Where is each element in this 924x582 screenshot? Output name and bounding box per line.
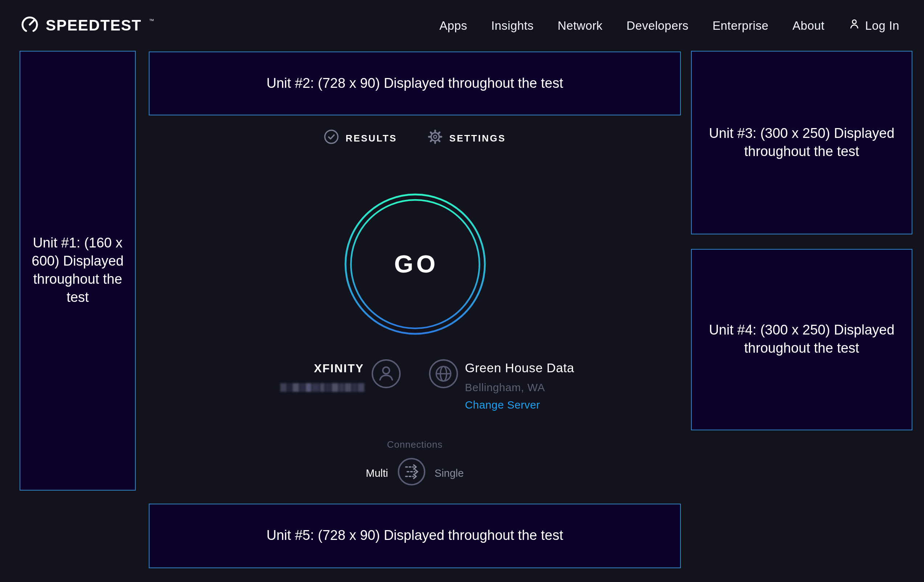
go-button[interactable]: GO xyxy=(342,191,487,337)
nav-item-developers[interactable]: Developers xyxy=(626,18,688,32)
connections-block: Connections Multi xyxy=(149,439,681,488)
top-nav: SPEEDTEST ™ Apps Insights Network Develo… xyxy=(0,0,924,51)
connections-toggle-row: Multi Single xyxy=(366,458,464,488)
ad-unit-4[interactable]: Unit #4: (300 x 250) Displayed throughou… xyxy=(691,249,912,430)
connections-toggle-icon[interactable] xyxy=(398,458,425,488)
nav-item-apps[interactable]: Apps xyxy=(439,18,467,32)
connections-multi-label[interactable]: Multi xyxy=(366,467,388,479)
ad-unit-1[interactable]: Unit #1: (160 x 600) Displayed throughou… xyxy=(20,51,136,491)
nav-item-about[interactable]: About xyxy=(793,18,825,32)
ad-unit-1-text: Unit #1: (160 x 600) Displayed throughou… xyxy=(20,235,135,307)
tab-settings-label: SETTINGS xyxy=(449,133,506,144)
speedtest-logo[interactable]: SPEEDTEST ™ xyxy=(20,15,153,36)
isp-name: XFINITY xyxy=(314,362,364,375)
tab-settings[interactable]: SETTINGS xyxy=(427,129,506,147)
server-location: Bellingham, WA xyxy=(465,381,574,393)
logo-text: SPEEDTEST xyxy=(46,17,142,34)
user-icon xyxy=(848,18,860,33)
nav-item-network[interactable]: Network xyxy=(558,18,602,32)
ad-unit-3-text: Unit #3: (300 x 250) Displayed throughou… xyxy=(692,124,912,161)
server-info: Green House Data Bellingham, WA Change S… xyxy=(465,359,574,411)
logo-trademark: ™ xyxy=(149,18,154,23)
speedtest-page: SPEEDTEST ™ Apps Insights Network Develo… xyxy=(0,0,924,582)
login-button[interactable]: Log In xyxy=(848,18,899,33)
gauge-icon xyxy=(20,15,39,36)
tab-results-label: RESULTS xyxy=(345,133,397,144)
ip-masked xyxy=(280,383,364,392)
nav-item-enterprise[interactable]: Enterprise xyxy=(713,18,768,32)
tab-results[interactable]: RESULTS xyxy=(324,129,397,147)
go-label: GO xyxy=(391,250,439,278)
server-name: Green House Data xyxy=(465,361,574,376)
ad-unit-3[interactable]: Unit #3: (300 x 250) Displayed throughou… xyxy=(691,51,912,234)
gear-icon xyxy=(427,129,443,147)
nav-item-insights[interactable]: Insights xyxy=(491,18,533,32)
ad-unit-4-text: Unit #4: (300 x 250) Displayed throughou… xyxy=(692,322,912,358)
provider-row: XFINITY xyxy=(149,359,681,425)
change-server-link[interactable]: Change Server xyxy=(465,398,574,411)
globe-icon xyxy=(429,359,458,391)
isp-user-icon xyxy=(371,359,400,391)
connections-single-label[interactable]: Single xyxy=(434,467,464,479)
check-circle-icon xyxy=(324,129,339,147)
speedtest-main: RESULTS xyxy=(149,51,681,568)
server-group: Green House Data Bellingham, WA Change S… xyxy=(429,359,574,411)
connections-title: Connections xyxy=(387,439,442,450)
login-label: Log In xyxy=(865,18,899,32)
isp-info: XFINITY xyxy=(280,359,364,392)
main-nav: Apps Insights Network Developers Enterpr… xyxy=(439,18,899,33)
tabs-row: RESULTS xyxy=(149,129,681,147)
isp-group: XFINITY xyxy=(280,359,400,392)
